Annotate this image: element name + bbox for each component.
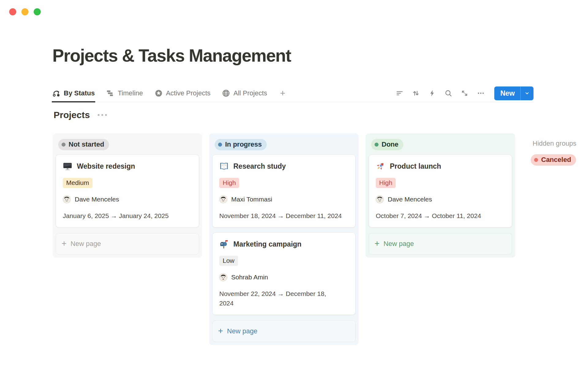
column-header: In progress — [212, 136, 356, 155]
plus-icon: + — [62, 239, 66, 248]
tab-label: All Projects — [233, 89, 267, 97]
new-page-button[interactable]: + New page — [212, 320, 356, 342]
status-dot-icon — [62, 143, 66, 147]
avatar — [63, 195, 71, 203]
section-more-icon[interactable] — [98, 114, 107, 116]
close-button[interactable] — [9, 8, 16, 15]
new-button-label[interactable]: New — [494, 86, 520, 100]
card-website-redesign[interactable]: Website redesign Medium Dave Menceles Ja… — [56, 155, 199, 228]
new-page-button[interactable]: + New page — [369, 233, 512, 255]
mailbox-icon — [219, 240, 229, 249]
rocket-icon — [376, 162, 385, 171]
more-icon[interactable] — [477, 89, 485, 97]
view-toolbar: New — [396, 86, 533, 100]
card-title: Marketing campaign — [233, 240, 301, 248]
chevron-down-icon — [524, 90, 530, 96]
status-view-icon — [52, 89, 60, 97]
status-dot-icon — [534, 158, 538, 162]
date-range: October 7, 2024 → October 11, 2024 — [376, 211, 505, 220]
status-badge[interactable]: Done — [371, 139, 403, 150]
column-not-started: Not started Website redesign Medium — [53, 133, 202, 258]
star-circle-icon — [155, 89, 163, 97]
globe-icon — [222, 89, 230, 97]
minimize-button[interactable] — [21, 8, 28, 15]
date-range: January 6, 2025 → January 24, 2025 — [63, 211, 192, 220]
card-title: Website redesign — [77, 162, 135, 171]
timeline-view-icon — [106, 89, 114, 97]
automation-icon[interactable] — [428, 89, 436, 97]
column-done: Done Product launch High — [366, 133, 515, 258]
date-range: November 18, 2024 → December 11, 2024 — [219, 211, 349, 220]
card-title: Research study — [233, 162, 286, 171]
avatar — [219, 195, 227, 203]
open-book-icon — [219, 162, 229, 171]
view-bar: By Status Timeline Active Projects — [52, 85, 533, 102]
expand-icon[interactable] — [461, 89, 469, 97]
hidden-groups: Hidden groups Canceled — [522, 133, 588, 166]
status-dot-icon — [218, 143, 222, 147]
tab-timeline[interactable]: Timeline — [106, 85, 143, 102]
zoom-button[interactable] — [34, 8, 41, 15]
new-page-button[interactable]: + New page — [56, 233, 199, 255]
tab-label: Timeline — [118, 89, 143, 97]
window-controls — [9, 8, 41, 15]
sort-icon[interactable] — [412, 89, 420, 97]
tab-label: Active Projects — [166, 89, 211, 97]
add-view-button[interactable]: + — [279, 89, 287, 98]
column-in-progress: In progress Research study High — [209, 133, 359, 345]
tab-by-status[interactable]: By Status — [52, 85, 95, 102]
hidden-groups-label[interactable]: Hidden groups — [533, 140, 588, 148]
avatar — [376, 195, 384, 203]
priority-badge: Low — [219, 256, 238, 266]
desktop-computer-icon — [63, 162, 72, 171]
new-button-dropdown[interactable] — [521, 86, 533, 100]
assignee-name: Sohrab Amin — [231, 274, 268, 281]
priority-badge: Medium — [63, 178, 92, 188]
priority-badge: High — [376, 178, 396, 188]
view-tabs: By Status Timeline Active Projects — [52, 85, 287, 102]
assignee-name: Maxi Tommasi — [231, 196, 272, 203]
avatar — [219, 273, 227, 281]
section-header: Projects — [54, 110, 107, 120]
search-icon[interactable] — [444, 89, 452, 97]
plus-icon: + — [375, 239, 379, 248]
status-badge[interactable]: In progress — [215, 139, 267, 150]
card-title: Product launch — [390, 162, 441, 171]
tab-active-projects[interactable]: Active Projects — [155, 85, 211, 102]
page-title: Projects & Tasks Management — [52, 45, 291, 66]
assignee-name: Dave Menceles — [75, 196, 119, 203]
filter-icon[interactable] — [396, 89, 404, 97]
status-badge[interactable]: Not started — [58, 139, 109, 150]
assignee-name: Dave Menceles — [388, 196, 432, 203]
column-header: Not started — [56, 136, 199, 155]
priority-badge: High — [219, 178, 239, 188]
new-button[interactable]: New — [494, 86, 533, 100]
tab-label: By Status — [64, 89, 95, 97]
section-title: Projects — [54, 110, 90, 120]
status-dot-icon — [375, 143, 379, 147]
status-badge-canceled[interactable]: Canceled — [531, 154, 576, 166]
column-header: Done — [369, 136, 512, 155]
date-range: November 22, 2024 → December 18, 2024 — [219, 289, 332, 308]
card-product-launch[interactable]: Product launch High Dave Menceles Octobe… — [369, 155, 512, 228]
card-research-study[interactable]: Research study High Maxi Tommasi Novembe… — [212, 155, 356, 228]
kanban-board: Not started Website redesign Medium — [53, 133, 588, 345]
plus-icon: + — [218, 327, 223, 335]
card-marketing-campaign[interactable]: Marketing campaign Low Sohrab Amin Novem… — [212, 232, 356, 315]
tab-all-projects[interactable]: All Projects — [222, 85, 267, 102]
